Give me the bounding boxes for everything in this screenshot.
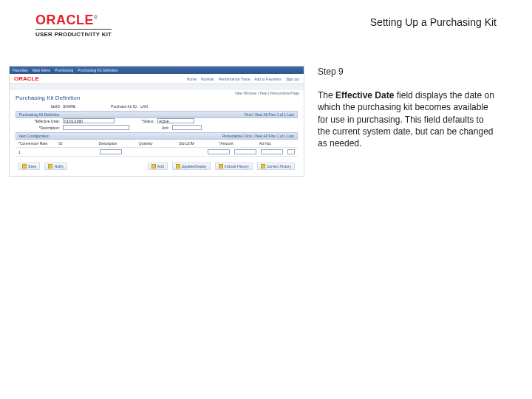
app-nav: Home Worklist Performance Trace Add to F…: [187, 77, 299, 81]
section-kit-def: Purchasing Kit Definition Find | View Al…: [16, 111, 298, 118]
col-header: ID: [58, 141, 94, 146]
status-label: *Status:: [117, 119, 154, 123]
app-crumb: New Window | Help | Personalize Page: [10, 84, 304, 90]
cell-input: [234, 149, 256, 154]
desc-pre: The: [318, 90, 335, 100]
notify-icon: [48, 164, 52, 168]
page-header: ORACLE® USER PRODUCTIVITY KIT Setting Up…: [0, 0, 532, 42]
desc-bold: Effective Date: [335, 90, 394, 100]
table-header: *Conversion Rate ID Description Quantity…: [16, 140, 298, 148]
unit-input: [172, 125, 202, 130]
oracle-logo: ORACLE®: [35, 13, 112, 27]
brand-name: ORACLE: [35, 13, 94, 27]
cell-input: [261, 149, 283, 154]
nav-link: Worklist: [201, 77, 214, 81]
col-header: Ad Hoc: [259, 141, 295, 146]
app-body: Purchasing Kit Definition SetID SHARE Pu…: [10, 90, 304, 176]
effdate-input: 01/01/1990: [63, 118, 115, 123]
instruction-column: Step 9 The Effective Date field displays…: [318, 66, 497, 149]
history-button: Include History: [215, 163, 253, 170]
section-title: Item Configuration: [19, 134, 50, 138]
section-pager: Personalize | Find | View All First 1 of…: [222, 134, 294, 138]
menu-item: Purchasing Kit Definition: [78, 68, 117, 72]
correct-button: Correct History: [257, 163, 295, 170]
menu-item: Purchasing: [55, 68, 73, 72]
app-top-bar: Favorites Main Menu Purchasing Purchasin…: [10, 66, 304, 74]
trademark: ®: [94, 15, 98, 20]
product-name: USER PRODUCTIVITY KIT: [35, 29, 112, 38]
desc-label: *Description:: [16, 126, 60, 130]
cell-input: [208, 149, 230, 154]
section-pager: Find | View All First 1 of 1 Last: [245, 112, 294, 117]
brand-block: ORACLE® USER PRODUCTIVITY KIT: [35, 13, 112, 38]
setid-value: SHARE: [63, 104, 75, 109]
col-header: Description: [99, 141, 134, 146]
desc-input: [63, 125, 129, 130]
col-header: Quantity: [139, 141, 174, 146]
save-icon: [22, 164, 27, 168]
app-logo: ORACLE: [14, 75, 39, 82]
unit-label: Unit:: [132, 126, 169, 130]
effdate-label: *Effective Date:: [16, 119, 60, 123]
menu-item: Main Menu: [33, 68, 51, 72]
cell-checkbox: [287, 149, 295, 154]
row-num: 1: [18, 150, 95, 154]
step-label: Step 9: [318, 66, 497, 78]
kitid-value: LAN: [140, 104, 148, 109]
app-page-title: Purchasing Kit Definition: [16, 95, 298, 101]
col-header: *Amount: [219, 141, 254, 146]
step-description: The Effective Date field displays the da…: [318, 89, 497, 149]
nav-link: Performance Trace: [219, 77, 250, 81]
add-button: Add: [148, 163, 168, 170]
history-icon: [219, 164, 223, 168]
save-button: Save: [18, 163, 40, 170]
section-item-config: Item Configuration Personalize | Find | …: [16, 132, 298, 140]
app-header-bar: ORACLE Home Worklist Performance Trace A…: [10, 74, 304, 84]
app-screenshot: Favorites Main Menu Purchasing Purchasin…: [9, 66, 304, 177]
section-title: Purchasing Kit Definition: [19, 112, 59, 117]
update-icon: [176, 164, 180, 168]
app-footer: Save Notify Add Update/Display Include H…: [16, 160, 298, 170]
nav-link: Home: [187, 77, 197, 81]
table-row: 1: [16, 148, 298, 157]
correct-icon: [261, 164, 265, 168]
update-button: Update/Display: [172, 163, 211, 170]
nav-link: Add to Favorites: [254, 77, 281, 81]
add-icon: [151, 164, 156, 168]
nav-link: Sign out: [286, 77, 299, 81]
status-select: Active: [157, 118, 194, 123]
kitid-label: Purchase Kit ID:: [78, 104, 137, 109]
content-area: Favorites Main Menu Purchasing Purchasin…: [0, 42, 532, 177]
menu-item: Favorites: [13, 68, 28, 72]
page-title: Setting Up a Purchasing Kit: [370, 13, 497, 28]
notify-button: Notify: [44, 163, 67, 170]
col-header: *Conversion Rate: [18, 141, 54, 146]
crumb-text: New Window | Help | Personalize Page: [235, 91, 299, 95]
setid-label: SetID: [16, 104, 60, 109]
col-header: Std UOM: [179, 141, 214, 146]
cell-input: [100, 149, 122, 154]
